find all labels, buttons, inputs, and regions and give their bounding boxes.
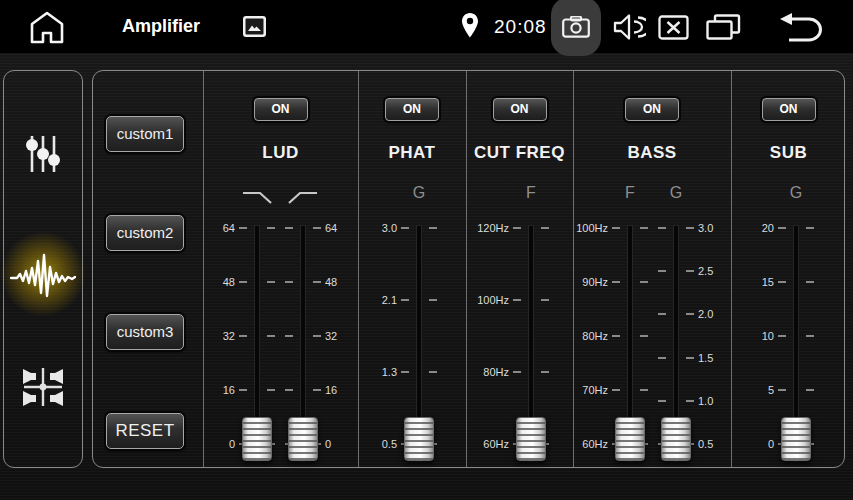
tick-dash (285, 227, 293, 229)
slider-handle[interactable] (516, 417, 546, 461)
channel-title: SUB (731, 143, 846, 163)
tick-dash (401, 299, 409, 301)
tick-label: 0.5 (698, 436, 713, 452)
cutfreq-on-button[interactable]: ON (493, 98, 547, 121)
tick-dash (513, 227, 521, 229)
gain-label: G (413, 184, 425, 202)
channel-title: PHAT (358, 143, 466, 163)
custom3-button[interactable]: custom3 (106, 314, 184, 350)
tick-dash (640, 281, 648, 283)
tick-dash (658, 357, 666, 359)
tick-dash (313, 389, 321, 391)
tick-dash (401, 227, 409, 229)
speaker-balance-icon (21, 365, 65, 413)
tick-dash (239, 281, 247, 283)
tick-dash (239, 227, 247, 229)
sidebar-item-effects[interactable] (4, 249, 82, 299)
tick-dash (267, 389, 275, 391)
channel-title: CUT FREQ (466, 143, 573, 163)
channel-bass: ON BASS F G 100Hz90Hz80Hz70Hz60Hz 3.02.5… (573, 71, 731, 467)
volume-icon[interactable] (613, 13, 646, 45)
back-icon[interactable] (779, 13, 826, 47)
camera-button[interactable] (551, 0, 601, 56)
tick-dash (612, 227, 620, 229)
tick-label: 80Hz (582, 328, 608, 344)
channel-title: BASS (573, 143, 731, 163)
channel-cutfreq: ON CUT FREQ F 120Hz100Hz80Hz60Hz (466, 71, 573, 467)
tick-label: 100Hz (576, 220, 608, 236)
tick-label: 2.0 (698, 306, 713, 322)
home-icon[interactable] (28, 10, 66, 48)
tick-dash (267, 281, 275, 283)
tick-label: 3.0 (698, 220, 713, 236)
tick-label: 1.3 (382, 364, 397, 380)
slider-handle[interactable] (242, 417, 272, 461)
slider-handle[interactable] (288, 417, 318, 461)
tick-label: 70Hz (582, 382, 608, 398)
tick-dash (429, 371, 437, 373)
top-bar: Amplifier 20:08 (0, 0, 853, 53)
tick-dash (285, 389, 293, 391)
slider-handle[interactable] (661, 417, 691, 461)
sidebar-item-balance[interactable] (4, 365, 82, 411)
tick-dash (658, 400, 666, 402)
tick-label: 0 (325, 436, 331, 452)
lud-on-button[interactable]: ON (254, 98, 308, 121)
tick-dash (778, 335, 786, 337)
tick-label: 100Hz (477, 292, 509, 308)
tick-dash (686, 357, 694, 359)
bass-on-button[interactable]: ON (625, 98, 679, 121)
sound-wave-icon (10, 253, 76, 303)
tick-label: 16 (223, 382, 235, 398)
reset-button[interactable]: RESET (106, 413, 184, 449)
location-pin-icon[interactable] (462, 13, 478, 43)
tick-dash (612, 389, 620, 391)
tick-dash (239, 335, 247, 337)
tick-label: 1.5 (698, 350, 713, 366)
presets-column: custom1 custom2 custom3 RESET (93, 71, 203, 467)
channel-phat: ON PHAT G 3.02.11.30.5 (358, 71, 466, 467)
tick-label: 15 (762, 274, 774, 290)
slider-handle[interactable] (781, 417, 811, 461)
tick-dash (429, 227, 437, 229)
tick-dash (778, 281, 786, 283)
sub-on-button[interactable]: ON (762, 98, 816, 121)
highpass-curve-icon (286, 187, 320, 211)
tick-label: 0.5 (382, 436, 397, 452)
tick-dash (778, 227, 786, 229)
tick-dash (806, 227, 814, 229)
close-window-icon[interactable] (658, 15, 689, 44)
phat-on-button[interactable]: ON (385, 98, 439, 121)
gain-label: G (670, 184, 682, 202)
tick-label: 0 (768, 436, 774, 452)
tick-dash (239, 389, 247, 391)
clock: 20:08 (494, 0, 547, 53)
tick-label: 90Hz (582, 274, 608, 290)
tick-label: 0 (229, 436, 235, 452)
tick-label: 32 (325, 328, 337, 344)
sidebar (3, 70, 83, 468)
slider-handle[interactable] (615, 417, 645, 461)
tick-dash (267, 227, 275, 229)
tick-dash (313, 281, 321, 283)
tick-dash (778, 389, 786, 391)
tick-dash (658, 313, 666, 315)
sidebar-item-equalizer[interactable] (4, 133, 82, 177)
tick-dash (285, 281, 293, 283)
recent-apps-icon[interactable] (706, 14, 741, 44)
tick-label: 2.5 (698, 263, 713, 279)
tick-dash (686, 313, 694, 315)
camera-icon (562, 16, 590, 38)
tick-dash (686, 400, 694, 402)
custom1-button[interactable]: custom1 (106, 116, 184, 152)
gallery-icon[interactable] (243, 16, 266, 41)
tick-dash (513, 299, 521, 301)
channel-title: LUD (203, 143, 358, 163)
slider-handle[interactable] (404, 417, 434, 461)
tick-dash (285, 335, 293, 337)
amplifier-panel: custom1 custom2 custom3 RESET ON LUD 644… (92, 70, 845, 468)
equalizer-sliders-icon (22, 133, 64, 179)
gain-label: G (790, 184, 802, 202)
custom2-button[interactable]: custom2 (106, 215, 184, 251)
tick-label: 48 (223, 274, 235, 290)
